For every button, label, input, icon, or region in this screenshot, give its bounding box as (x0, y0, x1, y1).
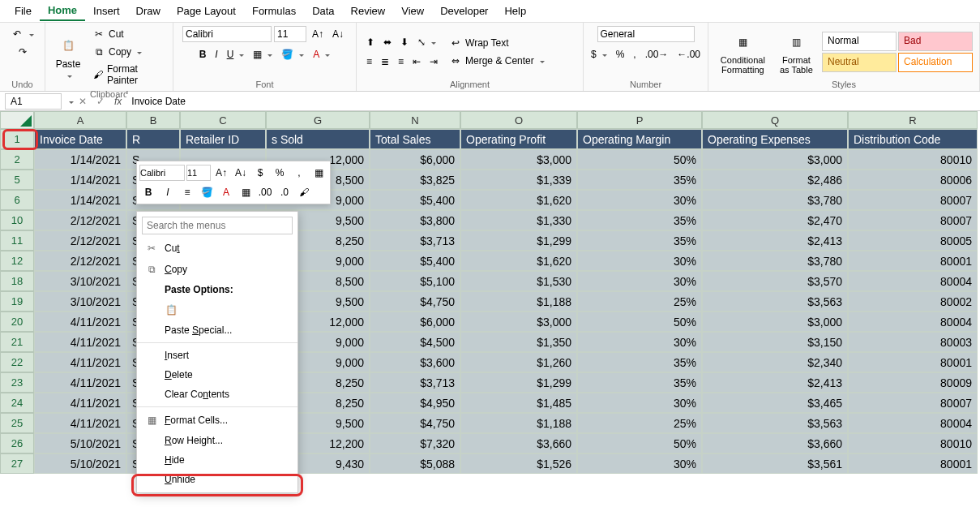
cell[interactable]: $5,100 (370, 271, 460, 291)
cell[interactable]: 35% (577, 372, 702, 393)
cell[interactable]: 80009 (848, 372, 978, 393)
cell[interactable]: $3,825 (370, 170, 460, 190)
cancel-formula-button[interactable]: ✕ (74, 92, 92, 110)
cell[interactable]: $1,188 (460, 291, 577, 312)
mini-italic[interactable]: I (159, 183, 177, 201)
format-painter-button[interactable]: 🖌Format Painter (89, 62, 166, 88)
cell[interactable]: 80006 (848, 170, 978, 190)
cell[interactable]: 4/11/2021 (34, 332, 126, 352)
fx-icon[interactable]: fx (109, 96, 126, 107)
column-header-O[interactable]: O (460, 111, 577, 129)
mini-percent[interactable]: % (271, 164, 289, 182)
bold-button[interactable]: B (196, 47, 210, 62)
copy-button[interactable]: ⧉Copy (89, 44, 166, 60)
cell[interactable]: 2/12/2021 (34, 210, 126, 230)
menu-formulas[interactable]: Formulas (244, 2, 304, 20)
ctx-copy[interactable]: ⧉Copy (137, 259, 297, 280)
cell[interactable]: 50% (577, 312, 702, 332)
cell[interactable]: 35% (577, 230, 702, 251)
grow-font-button[interactable]: A↑ (309, 27, 327, 41)
cell[interactable]: $4,950 (370, 393, 460, 413)
cell[interactable]: $1,330 (460, 210, 577, 230)
cell[interactable]: $1,350 (460, 332, 577, 352)
ctx-clear-contents[interactable]: Clear Contents (137, 385, 297, 404)
cell[interactable]: $3,800 (370, 210, 460, 230)
cell[interactable]: 50% (577, 149, 702, 170)
mini-bold[interactable]: B (139, 183, 157, 201)
cell[interactable]: $1,620 (460, 251, 577, 271)
select-all-button[interactable] (0, 111, 34, 129)
row-header[interactable]: 11 (0, 230, 34, 251)
cell[interactable]: 25% (577, 413, 702, 433)
name-box-dropdown[interactable] (66, 96, 74, 107)
decrease-decimal-button[interactable]: ←.00 (674, 47, 704, 62)
column-header-N[interactable]: N (370, 111, 460, 129)
cell[interactable]: $1,299 (460, 230, 577, 251)
style-neutral[interactable]: Neutral (822, 53, 897, 72)
cell[interactable]: $3,000 (460, 149, 577, 170)
row-header[interactable]: 5 (0, 170, 34, 190)
cell[interactable]: $3,660 (702, 433, 848, 453)
header-cell[interactable]: Distribution Code (848, 129, 978, 149)
style-bad[interactable]: Bad (898, 32, 973, 51)
cell[interactable]: 3/10/2021 (34, 291, 126, 312)
mini-align[interactable]: ≡ (178, 183, 196, 201)
ctx-delete[interactable]: Delete (137, 365, 297, 385)
cell[interactable]: 1/14/2021 (34, 190, 126, 210)
cell[interactable]: $3,780 (702, 190, 848, 210)
mini-shrink-font[interactable]: A↓ (232, 164, 250, 182)
cell[interactable]: 80002 (848, 291, 978, 312)
cell[interactable]: 80001 (848, 453, 978, 474)
row-header[interactable]: 10 (0, 210, 34, 230)
row-header[interactable]: 6 (0, 190, 34, 210)
cell[interactable]: 5/10/2021 (34, 453, 126, 474)
header-cell[interactable]: Operating Margin (577, 129, 702, 149)
cell[interactable]: $3,000 (460, 312, 577, 332)
cell[interactable]: 1/14/2021 (34, 149, 126, 170)
cell[interactable]: 30% (577, 190, 702, 210)
header-cell[interactable]: Total Sales (370, 129, 460, 149)
cell[interactable]: 80007 (848, 210, 978, 230)
cell[interactable]: $2,413 (702, 230, 848, 251)
cell[interactable]: $2,486 (702, 170, 848, 190)
cell[interactable]: $3,563 (702, 413, 848, 433)
font-size-select[interactable] (274, 26, 306, 42)
mini-font-select[interactable] (139, 165, 185, 181)
cell[interactable]: 80010 (848, 149, 978, 170)
cell[interactable]: 80010 (848, 433, 978, 453)
cell[interactable]: 5/10/2021 (34, 433, 126, 453)
format-as-table-button[interactable]: ▥ Format as Table (776, 28, 817, 76)
align-right-button[interactable]: ≡ (395, 54, 407, 69)
ctx-insert[interactable]: Insert (137, 346, 297, 365)
increase-decimal-button[interactable]: .00→ (642, 47, 672, 62)
paste-button[interactable]: 📋 Paste (52, 31, 84, 83)
menu-page-layout[interactable]: Page Layout (169, 2, 244, 20)
cell[interactable]: 50% (577, 433, 702, 453)
comma-button[interactable]: , (630, 47, 639, 62)
name-box[interactable] (5, 93, 62, 110)
mini-size-select[interactable] (186, 165, 211, 181)
cell[interactable]: 80004 (848, 271, 978, 291)
column-header-R[interactable]: R (848, 111, 978, 129)
ctx-format-cells[interactable]: ▦Format Cells... (137, 410, 297, 431)
context-search-input[interactable] (142, 217, 293, 234)
row-header[interactable]: 25 (0, 413, 34, 433)
cell[interactable]: $4,750 (370, 291, 460, 312)
italic-button[interactable]: I (212, 47, 220, 62)
header-cell[interactable]: Operating Expenses (702, 129, 848, 149)
header-cell[interactable]: s Sold (266, 129, 370, 149)
ctx-row-height[interactable]: Row Height... (137, 431, 297, 450)
cell[interactable]: 80007 (848, 393, 978, 413)
fill-color-button[interactable]: 🪣 (278, 47, 307, 62)
cell[interactable]: 30% (577, 271, 702, 291)
menu-view[interactable]: View (393, 2, 432, 20)
column-header-B[interactable]: B (126, 111, 180, 129)
redo-button[interactable]: ↷ (13, 44, 32, 60)
cell[interactable]: $3,000 (702, 312, 848, 332)
style-calculation[interactable]: Calculation (898, 53, 973, 72)
cell[interactable]: $3,561 (702, 453, 848, 474)
cell[interactable]: 30% (577, 332, 702, 352)
cell[interactable]: $1,188 (460, 413, 577, 433)
percent-button[interactable]: % (613, 47, 628, 62)
menu-review[interactable]: Review (343, 2, 394, 20)
